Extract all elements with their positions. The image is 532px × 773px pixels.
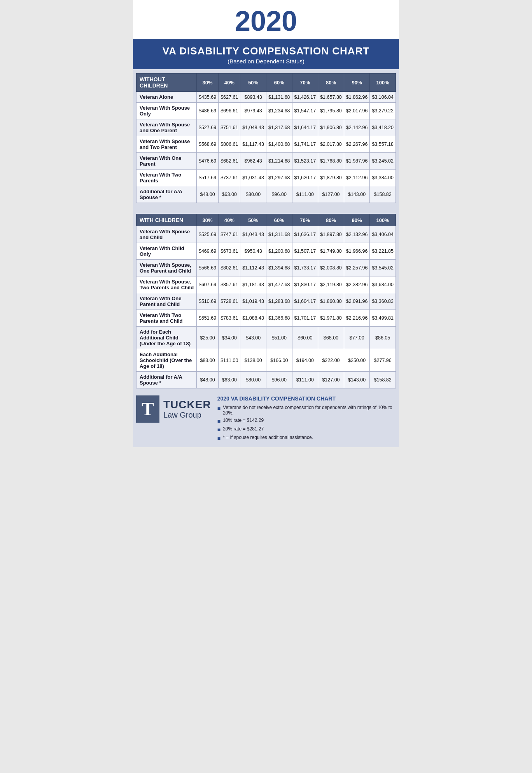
col-header-100: 100%: [370, 73, 396, 92]
row-label: Additional for A/A Spouse *: [136, 372, 197, 388]
row-label: Veteran With One Parent and Child: [136, 293, 197, 310]
logo-t-box: T: [136, 395, 159, 423]
row-label: Veteran Alone: [136, 92, 197, 103]
table-row: Each Additional Schoolchild (Over the Ag…: [136, 349, 396, 372]
row-value: $77.00: [344, 327, 370, 349]
table-row: Veteran With Spouse and Two Parent$568.6…: [136, 136, 396, 153]
row-value: $194.00: [292, 349, 318, 372]
footer-notes: 2020 VA DISABILITY COMPENSATION CHART ■V…: [217, 395, 396, 443]
row-value: $3,106.04: [370, 92, 396, 103]
row-label: Veteran With Spouse and Two Parent: [136, 136, 197, 153]
row-value: $3,360.83: [370, 293, 396, 310]
row-value: $1,043.43: [240, 226, 266, 243]
row-label: Each Additional Schoolchild (Over the Ag…: [136, 349, 197, 372]
chart-header-subtitle: (Based on Dependent Status): [137, 58, 395, 65]
row-value: $1,795.80: [318, 103, 344, 119]
row-value: $1,657.80: [318, 92, 344, 103]
with-children-section: WITH CHILDREN 30% 40% 50% 60% 70% 80% 90…: [133, 210, 399, 390]
row-value: $682.61: [219, 153, 240, 170]
row-value: $1,477.68: [266, 276, 292, 293]
row-value: $1,031.43: [240, 170, 266, 186]
row-value: $83.00: [196, 349, 218, 372]
row-value: $802.61: [219, 260, 240, 276]
row-value: $158.82: [370, 372, 396, 388]
row-value: $96.00: [266, 186, 292, 203]
note-bullet-icon: ■: [217, 405, 220, 411]
row-value: $1,366.68: [266, 310, 292, 327]
row-value: $551.69: [196, 310, 218, 327]
note-text: 20% rate = $281.27: [223, 426, 264, 432]
row-value: $2,382.96: [344, 276, 370, 293]
logo-tucker: TUCKER: [163, 399, 211, 411]
without-children-label: WITHOUT CHILDREN: [136, 73, 197, 92]
row-value: $2,112.96: [344, 170, 370, 186]
logo-text: TUCKER Law Group: [163, 399, 211, 420]
footer-section: T TUCKER Law Group 2020 VA DISABILITY CO…: [133, 390, 399, 447]
spacer: [133, 205, 399, 210]
with-children-header-row: WITH CHILDREN 30% 40% 50% 60% 70% 80% 90…: [136, 214, 396, 226]
col-header2-50: 50%: [240, 214, 266, 226]
year-section: 2020: [133, 0, 399, 39]
footer-notes-title: 2020 VA DISABILITY COMPENSATION CHART: [217, 395, 396, 402]
row-value: $1,088.43: [240, 310, 266, 327]
row-value: $1,879.80: [318, 170, 344, 186]
chart-header: VA DISABILITY COMPENSATION CHART (Based …: [133, 39, 399, 69]
table-row: Veteran With Spouse and One Parent$527.6…: [136, 119, 396, 136]
row-value: $1,749.80: [318, 243, 344, 260]
row-value: $1,234.68: [266, 103, 292, 119]
row-value: $3,221.85: [370, 243, 396, 260]
row-value: $111.00: [292, 186, 318, 203]
row-value: $751.61: [219, 119, 240, 136]
row-value: $2,119.80: [318, 276, 344, 293]
with-children-body: Veteran With Spouse and Child$525.69$747…: [136, 226, 396, 388]
table-row: Veteran With Two Parents and Child$551.6…: [136, 310, 396, 327]
row-value: $1,860.80: [318, 293, 344, 310]
row-label: Veteran With Spouse and Child: [136, 226, 197, 243]
row-value: $469.69: [196, 243, 218, 260]
row-value: $2,017.96: [344, 103, 370, 119]
row-value: $568.69: [196, 136, 218, 153]
note-bullet-icon: ■: [217, 435, 220, 441]
row-label: Veteran With Spouse, Two Parents and Chi…: [136, 276, 197, 293]
table-row: Additional for A/A Spouse *$48.00$63.00$…: [136, 186, 396, 203]
row-value: $166.00: [266, 349, 292, 372]
row-value: $435.69: [196, 92, 218, 103]
row-value: $1,971.80: [318, 310, 344, 327]
row-value: $1,283.68: [266, 293, 292, 310]
col-header-90: 90%: [344, 73, 370, 92]
row-value: $673.61: [219, 243, 240, 260]
table-row: Veteran With Spouse, One Parent and Chil…: [136, 260, 396, 276]
row-value: $2,216.96: [344, 310, 370, 327]
row-value: $476.69: [196, 153, 218, 170]
row-value: $127.00: [318, 372, 344, 388]
row-value: $737.61: [219, 170, 240, 186]
row-value: $696.61: [219, 103, 240, 119]
row-label: Add for Each Additional Child (Under the…: [136, 327, 197, 349]
row-value: $510.69: [196, 293, 218, 310]
note-bullet-icon: ■: [217, 427, 220, 433]
row-value: $48.00: [196, 372, 218, 388]
row-value: $3,545.02: [370, 260, 396, 276]
year-title: 2020: [133, 7, 399, 35]
row-value: $728.61: [219, 293, 240, 310]
row-value: $2,142.96: [344, 119, 370, 136]
row-label: Veteran With Spouse Only: [136, 103, 197, 119]
row-value: $1,701.17: [292, 310, 318, 327]
row-value: $48.00: [196, 186, 218, 203]
row-value: $1,644.17: [292, 119, 318, 136]
row-value: $1,112.43: [240, 260, 266, 276]
row-value: $1,636.17: [292, 226, 318, 243]
row-value: $1,620.17: [292, 170, 318, 186]
without-children-table: WITHOUT CHILDREN 30% 40% 50% 60% 70% 80%…: [136, 73, 396, 203]
row-value: $1,200.68: [266, 243, 292, 260]
table-row: Veteran With Two Parents$517.69$737.61$1…: [136, 170, 396, 186]
row-value: $143.00: [344, 186, 370, 203]
row-value: $60.00: [292, 327, 318, 349]
row-value: $80.00: [240, 186, 266, 203]
row-value: $857.61: [219, 276, 240, 293]
row-label: Veteran With Spouse, One Parent and Chil…: [136, 260, 197, 276]
table-section: WITHOUT CHILDREN 30% 40% 50% 60% 70% 80%…: [133, 69, 399, 205]
note-bullet-icon: ■: [217, 418, 220, 424]
row-value: $525.69: [196, 226, 218, 243]
row-value: $1,604.17: [292, 293, 318, 310]
